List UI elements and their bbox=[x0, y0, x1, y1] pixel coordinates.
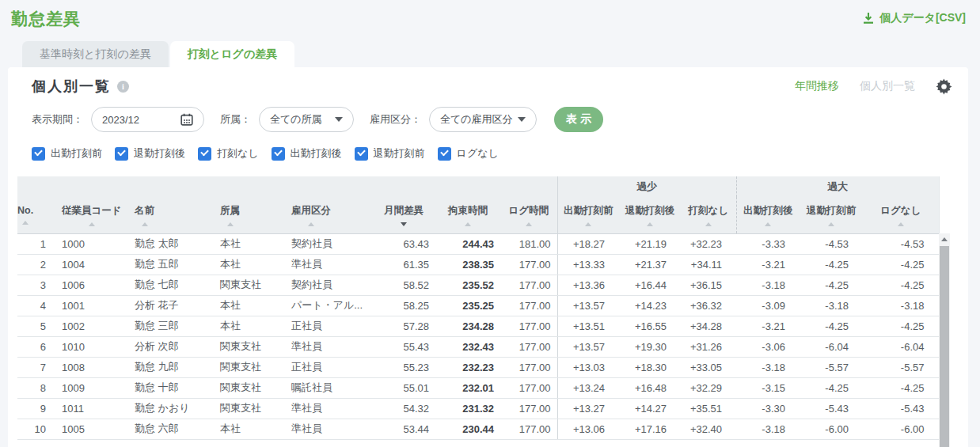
sort-asc-icon bbox=[765, 222, 771, 226]
column-header-clockin-early[interactable]: 出勤打刻前 bbox=[557, 197, 619, 233]
show-button[interactable]: 表 示 bbox=[554, 107, 603, 132]
scrollbar-thumb[interactable] bbox=[940, 246, 949, 447]
table-cell: 分析 次郎 bbox=[127, 336, 211, 357]
period-input[interactable]: 2023/12 bbox=[91, 107, 204, 132]
table-cell: -3.18 bbox=[736, 357, 800, 377]
scroll-up-button[interactable] bbox=[939, 233, 950, 245]
column-header-clockin-late[interactable]: 出勤打刻後 bbox=[736, 197, 800, 233]
vertical-scrollbar[interactable] bbox=[939, 233, 950, 447]
checkbox-checked-icon bbox=[355, 147, 368, 161]
column-header-no-log[interactable]: ログなし bbox=[863, 197, 939, 233]
tab-standard-vs-punch[interactable]: 基準時刻と打刻の差異 bbox=[22, 41, 169, 67]
table-cell: 本社 bbox=[211, 419, 283, 439]
checkbox-checked-icon bbox=[272, 147, 285, 161]
csv-download-link[interactable]: 個人データ[CSV] bbox=[862, 11, 966, 25]
column-header-department[interactable]: 所属 bbox=[211, 197, 283, 233]
table-cell: 1006 bbox=[52, 275, 127, 295]
table-cell: +36.15 bbox=[681, 275, 736, 295]
table-cell: -4.53 bbox=[863, 233, 939, 254]
table-cell: +21.37 bbox=[619, 254, 681, 275]
column-header-no[interactable]: No. bbox=[17, 197, 52, 233]
table-cell: -3.09 bbox=[736, 295, 800, 316]
table-cell: 3 bbox=[17, 275, 52, 295]
link-yearly-trend[interactable]: 年間推移 bbox=[795, 79, 839, 93]
info-icon[interactable]: i bbox=[117, 81, 129, 93]
table-cell: 235.25 bbox=[435, 295, 500, 316]
table-cell: 勤怠 七郎 bbox=[127, 275, 211, 295]
table-cell: -5.57 bbox=[863, 357, 939, 377]
department-label: 所属： bbox=[220, 112, 251, 127]
checkbox-checked-icon bbox=[198, 147, 211, 161]
table-cell: -3.21 bbox=[736, 254, 800, 275]
table-cell: +34.11 bbox=[681, 254, 736, 275]
table-cell: -6.00 bbox=[800, 419, 863, 439]
table-cell: 55.43 bbox=[372, 336, 435, 357]
group-header-shortage: 過少 bbox=[557, 176, 736, 197]
calendar-icon bbox=[180, 113, 193, 126]
chevron-down-icon bbox=[335, 117, 343, 122]
column-header-no-punch[interactable]: 打刻なし bbox=[681, 197, 736, 233]
content-card: 個人別一覧 i 年間推移 個人別一覧 表示期間： 2023/12 bbox=[8, 67, 968, 447]
table-cell: 正社員 bbox=[283, 357, 372, 377]
column-header-clockout-late[interactable]: 退勤打刻後 bbox=[619, 197, 681, 233]
checkbox-clockin-early[interactable]: 出勤打刻前 bbox=[32, 146, 102, 161]
table-cell: +13.33 bbox=[557, 254, 619, 275]
column-header-bound-hours[interactable]: 拘束時間 bbox=[435, 197, 500, 233]
checkbox-checked-icon bbox=[115, 147, 128, 161]
table-row: 91011勤怠 かおり関東支社準社員54.32231.32177.00+13.2… bbox=[17, 398, 939, 419]
column-header-log-hours[interactable]: ログ時間 bbox=[500, 197, 557, 233]
table-cell: 本社 bbox=[211, 295, 283, 316]
table-cell: 6 bbox=[17, 336, 52, 357]
checkbox-checked-icon bbox=[32, 147, 45, 161]
table-cell: -3.18 bbox=[736, 275, 800, 295]
table-cell: 1001 bbox=[52, 295, 127, 316]
checkbox-clockout-early[interactable]: 退勤打刻前 bbox=[355, 146, 425, 161]
checkbox-clockout-late[interactable]: 退勤打刻後 bbox=[115, 146, 185, 161]
tab-punch-vs-log[interactable]: 打刻とログの差異 bbox=[170, 41, 294, 67]
table-cell: -5.57 bbox=[800, 357, 863, 377]
table-cell: 1005 bbox=[52, 419, 127, 439]
table-cell: +21.19 bbox=[619, 233, 681, 254]
column-header-clockout-early[interactable]: 退勤打刻前 bbox=[800, 197, 863, 233]
table-cell: 244.43 bbox=[435, 233, 500, 254]
download-icon bbox=[862, 12, 875, 25]
column-header-monthly-diff[interactable]: 月間差異 bbox=[372, 197, 435, 233]
sort-asc-icon bbox=[705, 222, 712, 226]
table-cell: 本社 bbox=[211, 254, 283, 275]
table-cell: 7 bbox=[17, 357, 52, 377]
department-select[interactable]: 全ての所属 bbox=[259, 107, 354, 132]
table-cell: 関東支社 bbox=[211, 398, 283, 419]
table-cell: -5.43 bbox=[863, 398, 939, 419]
table-cell: 1011 bbox=[52, 398, 127, 419]
gear-icon[interactable] bbox=[936, 78, 952, 95]
checkbox-no-log[interactable]: ログなし bbox=[438, 146, 499, 161]
table-cell: -3.21 bbox=[736, 316, 800, 336]
employment-select[interactable]: 全ての雇用区分 bbox=[429, 107, 537, 132]
checkbox-no-punch[interactable]: 打刻なし bbox=[198, 146, 259, 161]
checkbox-checked-icon bbox=[438, 147, 451, 161]
table-cell: -6.04 bbox=[800, 336, 863, 357]
table-cell: 177.00 bbox=[500, 377, 557, 398]
table-cell: +31.26 bbox=[681, 336, 736, 357]
table-cell: 勤怠 十郎 bbox=[127, 377, 211, 398]
table-cell: 232.23 bbox=[435, 357, 500, 377]
checkbox-row: 出勤打刻前 退勤打刻後 打刻なし 出勤打刻後 退勤打刻前 ログなし bbox=[8, 142, 968, 172]
table-cell: パート・アル... bbox=[283, 295, 372, 316]
chevron-down-icon bbox=[518, 117, 526, 122]
table-cell: +16.48 bbox=[619, 377, 681, 398]
group-header-spacer bbox=[17, 176, 557, 197]
column-header-name[interactable]: 名前 bbox=[127, 197, 211, 233]
column-header-employee-code[interactable]: 従業員コード bbox=[52, 197, 127, 233]
table-cell: 勤怠 五郎 bbox=[127, 254, 211, 275]
table-row: 11000勤怠 太郎本社契約社員63.43244.43181.00+18.27+… bbox=[17, 233, 939, 254]
table-cell: +13.27 bbox=[557, 398, 619, 419]
table-cell: 177.00 bbox=[500, 419, 557, 439]
table-row: 71008勤怠 九郎関東支社正社員55.23232.23177.00+13.03… bbox=[17, 357, 939, 377]
column-header-employment-type[interactable]: 雇用区分 bbox=[283, 197, 372, 233]
table-cell: +13.03 bbox=[557, 357, 619, 377]
table-cell: 1009 bbox=[52, 377, 127, 398]
checkbox-clockin-late[interactable]: 出勤打刻後 bbox=[272, 146, 342, 161]
table-cell: 231.32 bbox=[435, 398, 500, 419]
panel-header: 個人別一覧 i 年間推移 個人別一覧 bbox=[8, 67, 968, 100]
table-cell: 177.00 bbox=[500, 316, 557, 336]
